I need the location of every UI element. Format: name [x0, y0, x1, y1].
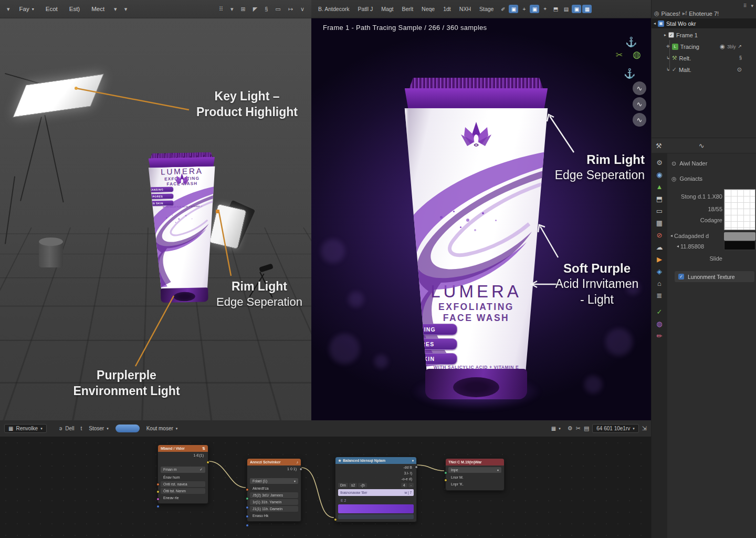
node1-row3[interactable]: Ótti tst. Nenm: [161, 488, 205, 494]
gear-icon[interactable]: ⚙: [568, 426, 573, 431]
filter-eye-icon[interactable]: ◎: [654, 11, 659, 16]
collapse-icon[interactable]: ◂: [654, 22, 656, 26]
outliner-item-malt[interactable]: ↳ ✓ Malt. ⊙: [652, 65, 756, 75]
tab-uv[interactable]: Berlt: [398, 4, 417, 14]
tab-output-icon[interactable]: ◉: [656, 171, 662, 179]
folder-icon[interactable]: ▤: [584, 426, 589, 431]
tab-constraint-icon[interactable]: ⊘: [657, 231, 663, 239]
tab-anim[interactable]: NXH: [456, 4, 475, 14]
node1-select[interactable]: Fman m✓: [161, 467, 205, 473]
globe-icon[interactable]: ◍: [633, 49, 641, 60]
pair-toggle-icon[interactable]: ▦: [582, 5, 592, 13]
node4-row1[interactable]: Lnor M.: [448, 474, 501, 480]
tab-material-icon[interactable]: ◍: [656, 320, 662, 328]
node-canvas[interactable]: Mband / Vider⇅ 1-E(1) Fman m✓ Énav hum O…: [0, 437, 651, 538]
btn-dell[interactable]: Dell: [65, 426, 74, 431]
lock-icon[interactable]: ▤: [561, 5, 571, 13]
mode-caret-icon[interactable]: ▾: [111, 5, 120, 14]
caret-icon[interactable]: ▾: [751, 4, 753, 8]
menu-select[interactable]: Ecot: [41, 4, 62, 14]
world-name-row[interactable]: ⊙ Aiwl Nader: [671, 160, 707, 167]
tab-home-icon[interactable]: ⌂: [657, 280, 662, 287]
snap-caret-icon[interactable]: ▾: [228, 5, 236, 14]
layers-icon[interactable]: ⬒: [551, 5, 560, 13]
tab-particles-icon[interactable]: ▶: [657, 255, 662, 263]
tab-texture[interactable]: Neqe: [418, 4, 438, 14]
anchor-icon2[interactable]: ⚓: [624, 68, 635, 79]
tab-physics-icon[interactable]: ◈: [657, 267, 662, 275]
dots-icon[interactable]: ⠿: [743, 4, 747, 8]
cursor-icon[interactable]: ◤: [250, 5, 260, 14]
link-icon[interactable]: ∿: [633, 81, 646, 95]
tab-check-icon[interactable]: ✓: [657, 308, 663, 316]
dropdown-chev-icon[interactable]: ∨: [298, 5, 307, 14]
slot-select[interactable]: Stoser ▾: [85, 425, 112, 432]
node1-row1[interactable]: Énav hum: [161, 474, 205, 480]
node2-row3[interactable]: J1(1) 11b. Damein: [250, 506, 298, 512]
tab-viewlayer-icon[interactable]: ⬒: [656, 195, 663, 203]
tab-modeling[interactable]: Patll J: [354, 4, 377, 14]
outliner-item-relt[interactable]: ↳ ⚒ Relt. §: [652, 53, 756, 63]
settings-section[interactable]: ◂ Cadagaded d: [670, 233, 709, 239]
expand-icon[interactable]: ⇲: [642, 426, 647, 431]
menu-object[interactable]: Mect: [87, 4, 109, 14]
up-right-icon[interactable]: ↗: [738, 44, 742, 49]
person-icon[interactable]: §: [739, 56, 742, 60]
node2-row2[interactable]: 1r(1) 31b. Yamein: [250, 499, 298, 505]
add-slot-icon[interactable]: +: [519, 5, 529, 13]
tab-list-icon[interactable]: ≣: [657, 292, 663, 299]
overlay-icon[interactable]: ▭: [272, 5, 283, 14]
grid-icon[interactable]: ⊞: [238, 5, 248, 14]
tab-world-icon[interactable]: ▭: [656, 207, 663, 215]
btn-a[interactable]: ə: [59, 426, 62, 431]
overlay-select[interactable]: 64 601 10e1rv ▾: [592, 424, 638, 433]
link-icon2[interactable]: ∿: [633, 97, 646, 111]
tab-texture-icon[interactable]: ✏: [657, 332, 663, 340]
3d-viewport[interactable]: LUMERA EXFOLIATING FACE WASH ✦DEEP CLEAN…: [0, 18, 311, 420]
sky-texture-thumbnail[interactable]: [724, 189, 755, 230]
node3-image-field[interactable]: Ibasnonavaw 'Ber w | 7: [338, 489, 414, 496]
tab-render[interactable]: Stage: [476, 4, 497, 14]
mode-caret-icon2[interactable]: ▾: [122, 5, 130, 14]
scissors-icon[interactable]: ✂: [616, 50, 623, 60]
node4-select[interactable]: Inpe▾: [448, 467, 501, 473]
use-nodes-toggle[interactable]: [116, 425, 140, 432]
pin-icon[interactable]: §: [262, 5, 270, 13]
node-env-texture[interactable]: ★ Balanced Idensqi Nplam ▾ -dd B 3.l- l)…: [335, 457, 417, 522]
node-texcoord[interactable]: Mband / Vider⇅ 1-E(1) Fman m✓ Énav hum O…: [158, 444, 208, 504]
menu-add[interactable]: Est): [65, 4, 85, 14]
tool-icon[interactable]: ⚒: [656, 142, 662, 149]
node4-row2[interactable]: Lnpr 'K.: [448, 481, 501, 487]
env-texture-row[interactable]: ✓ Lunonment Texture: [675, 271, 754, 282]
node1-row4[interactable]: Eneav rle: [161, 495, 205, 501]
camera-icon[interactable]: ◉: [720, 44, 725, 49]
btn-t[interactable]: t: [80, 426, 82, 431]
shader-node-editor[interactable]: ▦ Renvolke ▾ ə Dell t Stoser ▾ Kout mose…: [0, 420, 651, 538]
node-mapping[interactable]: Annezi Schvinker♪ 1 0 1) Fdael (1)▾ Akne…: [247, 458, 301, 522]
pin-select[interactable]: Kout moser ▾: [143, 425, 182, 432]
tab-modifier-icon[interactable]: ☁: [656, 243, 663, 251]
node3-footer-bar[interactable]: [338, 514, 414, 519]
color-swatch-gray[interactable]: [724, 232, 755, 241]
node2-row4[interactable]: Enaso Hk: [250, 513, 298, 519]
menu-view[interactable]: Fay▾: [15, 4, 39, 14]
node3-color-bar[interactable]: [338, 504, 414, 513]
tab-layout[interactable]: B. Antdecork: [314, 4, 353, 14]
node2-select[interactable]: Fdael (1)▾: [250, 478, 298, 484]
target-icon[interactable]: ⌖: [540, 5, 550, 13]
snap-select[interactable]: ▦▾: [548, 425, 564, 432]
node3-mini-buttons[interactable]: Dm s2 -(b 4 -: [338, 483, 414, 488]
scissors-icon[interactable]: ✂: [576, 426, 581, 431]
outliner-item-tracing[interactable]: ✛ L Tracing ◉ 3bly ↗: [652, 42, 756, 51]
chain-icon[interactable]: ∿: [699, 142, 705, 149]
key-light-softbox[interactable]: [13, 74, 104, 118]
value-row[interactable]: ◂ 11.85808: [677, 243, 704, 250]
tab-object-icon[interactable]: ▦: [656, 219, 663, 227]
outliner-item-frame[interactable]: ▸ ✓ Frame 1: [652, 30, 756, 40]
expand-icon[interactable]: ▸: [664, 33, 666, 37]
plus-icon[interactable]: ✛: [666, 45, 670, 49]
color-swatch-black[interactable]: [724, 241, 755, 250]
node-world-output[interactable]: TNei C M.19(in)War Inpe▾ Lnor M. Lnpr 'K…: [445, 458, 505, 491]
editor-type-select[interactable]: ▦ Renvolke ▾: [4, 424, 47, 433]
node1-row2[interactable]: Onti rst. navea: [161, 481, 205, 487]
